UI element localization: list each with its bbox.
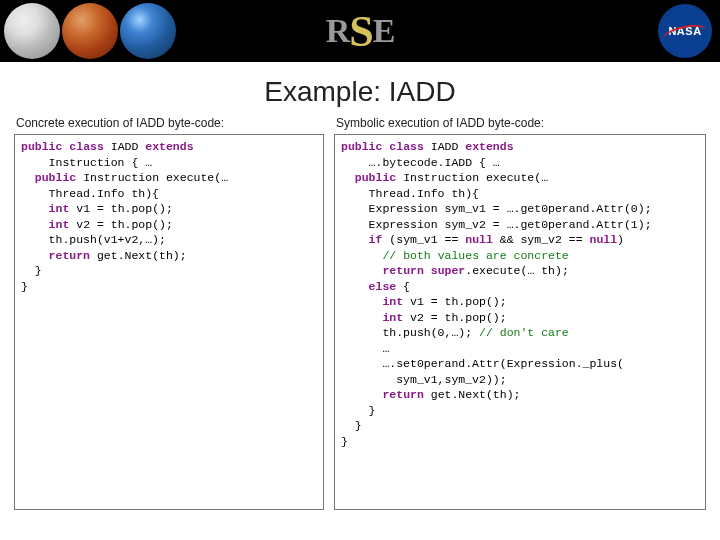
logo-s: S	[349, 7, 372, 56]
logo-r: R	[326, 12, 350, 49]
logo-e: E	[373, 12, 395, 49]
moon-icon	[4, 3, 60, 59]
left-column: Concrete execution of IADD byte-code: pu…	[14, 116, 324, 510]
rse-logo: RSE	[326, 6, 395, 57]
slide-title: Example: IADD	[0, 76, 720, 108]
right-column: Symbolic execution of IADD byte-code: pu…	[334, 116, 706, 510]
earth-icon	[120, 3, 176, 59]
mars-icon	[62, 3, 118, 59]
nasa-label: NASA	[668, 25, 701, 37]
header-banner: RSE NASA	[0, 0, 720, 62]
left-code-block: public class IADD extends Instruction { …	[14, 134, 324, 510]
right-caption: Symbolic execution of IADD byte-code:	[336, 116, 706, 130]
nasa-logo-icon: NASA	[658, 4, 712, 58]
left-caption: Concrete execution of IADD byte-code:	[16, 116, 324, 130]
right-code-block: public class IADD extends ….bytecode.IAD…	[334, 134, 706, 510]
content-columns: Concrete execution of IADD byte-code: pu…	[0, 116, 720, 510]
